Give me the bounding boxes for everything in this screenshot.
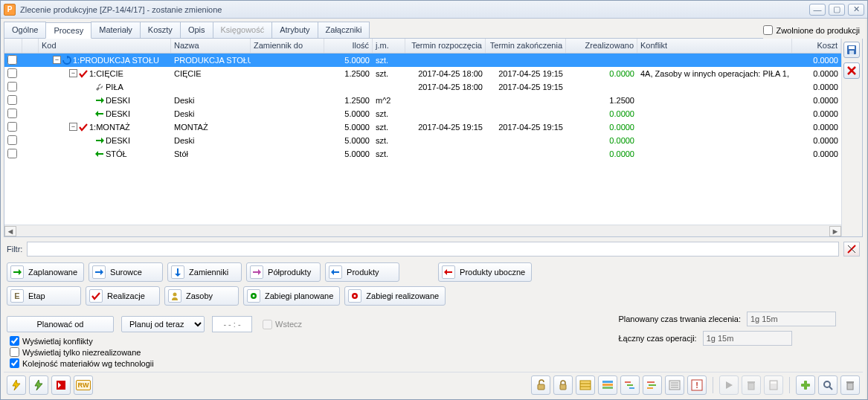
plan-from-button[interactable]: Planować od bbox=[7, 316, 114, 332]
lock-open-button[interactable] bbox=[531, 375, 550, 395]
btn-produkty-uboczne[interactable]: Produkty uboczne bbox=[438, 262, 532, 282]
save-grid-button[interactable] bbox=[843, 42, 860, 58]
table-row[interactable]: STÓŁStół5.0000szt.0.00000.0000 bbox=[4, 147, 841, 161]
col-zamiennik[interactable]: Zamiennik do bbox=[251, 39, 324, 53]
lock-closed-button[interactable] bbox=[553, 375, 573, 395]
btn-półprodukty[interactable]: Półprodukty bbox=[246, 262, 321, 282]
btn-surowce[interactable]: Surowce bbox=[89, 262, 163, 282]
expander-icon[interactable]: − bbox=[69, 123, 77, 131]
action-lightning-2[interactable] bbox=[29, 375, 48, 395]
delete-row-button[interactable] bbox=[843, 62, 860, 79]
released-checkbox[interactable] bbox=[763, 25, 773, 35]
btn-etap[interactable]: EEtap bbox=[7, 286, 81, 306]
released-checkbox-wrap[interactable]: Zwolnione do produkcji bbox=[763, 25, 863, 35]
expander-icon[interactable]: − bbox=[69, 69, 77, 77]
table-row[interactable]: DESKIDeski5.0000szt.0.00000.0000 bbox=[4, 134, 841, 147]
tab-materiały[interactable]: Materiały bbox=[91, 22, 141, 38]
row-checkbox[interactable] bbox=[7, 95, 17, 105]
col-zreal[interactable]: Zrealizowano bbox=[566, 39, 637, 53]
row-checkbox[interactable] bbox=[7, 82, 17, 91]
show-conflicts-checkbox[interactable] bbox=[10, 336, 19, 346]
show-unrealized-checkbox[interactable] bbox=[10, 347, 19, 357]
row-checkbox[interactable] bbox=[7, 135, 17, 145]
grid-body[interactable]: −1:PRODUKCJA STOŁUPRODUKCJA STOŁU5.0000s… bbox=[4, 54, 841, 225]
expander-icon[interactable]: − bbox=[53, 56, 61, 64]
table-icon bbox=[579, 379, 591, 391]
row-checkbox[interactable] bbox=[7, 122, 17, 132]
row-end bbox=[486, 153, 566, 155]
table-row[interactable]: DESKIDeski1.2500m^21.25000.0000 bbox=[4, 94, 841, 107]
table-row[interactable]: −1:PRODUKCJA STOŁUPRODUKCJA STOŁU5.0000s… bbox=[4, 54, 841, 67]
clear-filter-button[interactable] bbox=[843, 242, 860, 257]
minimize-button[interactable]: — bbox=[809, 4, 826, 16]
material-order-checkbox[interactable] bbox=[10, 358, 19, 368]
tab-procesy[interactable]: Procesy bbox=[45, 22, 91, 39]
trash-button[interactable] bbox=[742, 375, 761, 395]
tab-koszty[interactable]: Koszty bbox=[140, 22, 181, 38]
list-button[interactable] bbox=[665, 375, 684, 395]
arrow-right-icon bbox=[10, 265, 24, 279]
table-row[interactable]: −1:MONTAŻMONTAŻ5.0000szt.2017-04-25 19:1… bbox=[4, 120, 841, 134]
table-row[interactable]: −1:CIĘCIECIĘCIE1.2500szt.2017-04-25 18:0… bbox=[4, 67, 841, 80]
svg-marker-6 bbox=[101, 138, 104, 143]
scroll-left-icon[interactable]: ◄ bbox=[4, 226, 16, 236]
calc-button[interactable] bbox=[764, 375, 783, 395]
action-rw[interactable]: RW bbox=[74, 375, 93, 395]
search-button[interactable] bbox=[818, 375, 838, 395]
row-checkbox[interactable] bbox=[7, 109, 17, 118]
material-order-wrap[interactable]: Kolejność materiałów wg technologii bbox=[7, 358, 860, 369]
tab-załączniki[interactable]: Załączniki bbox=[318, 22, 370, 38]
svg-marker-21 bbox=[175, 274, 181, 277]
btn-realizacje[interactable]: Realizacje bbox=[86, 286, 160, 306]
table-yellow-button[interactable] bbox=[576, 375, 595, 395]
col-kod[interactable]: Kod bbox=[39, 39, 171, 53]
col-ilosc[interactable]: Ilość bbox=[324, 39, 373, 53]
col-konflikt[interactable]: Konflikt bbox=[637, 39, 792, 53]
table-row[interactable]: DESKIDeski5.0000szt.0.00000.0000 bbox=[4, 107, 841, 120]
maximize-button[interactable]: ▢ bbox=[829, 4, 845, 16]
btn-produkty[interactable]: Produkty bbox=[325, 262, 399, 282]
warning-button[interactable]: ! bbox=[687, 375, 707, 395]
plan-time-spinner[interactable]: - - : - bbox=[212, 316, 252, 332]
row-checkbox[interactable] bbox=[7, 55, 17, 65]
action-flag[interactable] bbox=[51, 375, 71, 395]
row-checkbox[interactable] bbox=[7, 149, 17, 158]
btn-zabiegi-planowane[interactable]: Zabiegi planowane bbox=[243, 286, 340, 306]
show-conflicts-label: Wyświetlaj konflikty bbox=[22, 337, 93, 346]
row-konflikt bbox=[637, 140, 792, 141]
col-end[interactable]: Termin zakończenia bbox=[486, 39, 566, 53]
bars-colored-button[interactable] bbox=[598, 375, 617, 395]
gantt-2-button[interactable] bbox=[643, 375, 662, 395]
col-start[interactable]: Termin rozpoczęcia bbox=[405, 39, 486, 53]
row-nazwa: MONTAŻ bbox=[171, 122, 251, 132]
table-row[interactable]: PIŁA2017-04-25 18:002017-04-25 19:150.00… bbox=[4, 80, 841, 94]
btn-zamienniki[interactable]: Zamienniki bbox=[167, 262, 242, 282]
trash-red-button[interactable] bbox=[840, 375, 860, 395]
show-unrealized-wrap[interactable]: Wyświetlaj tylko niezrealizowane bbox=[7, 346, 860, 358]
gantt-1-button[interactable] bbox=[620, 375, 640, 395]
action-lightning-1[interactable] bbox=[7, 375, 26, 395]
col-jm[interactable]: j.m. bbox=[373, 39, 405, 53]
btn-zaplanowane[interactable]: Zaplanowane bbox=[7, 262, 84, 282]
h-scrollbar[interactable]: ◄ ► bbox=[4, 225, 841, 236]
row-checkbox[interactable] bbox=[7, 68, 17, 78]
tab-atrybuty[interactable]: Atrybuty bbox=[271, 22, 318, 38]
floppy-icon bbox=[846, 45, 857, 55]
svg-rect-49 bbox=[647, 387, 653, 389]
svg-line-64 bbox=[829, 387, 832, 390]
filter-input[interactable] bbox=[27, 242, 839, 257]
btn-zabiegi-realizowane[interactable]: Zabiegi realizowane bbox=[344, 286, 446, 306]
btn-label: Produkty bbox=[347, 268, 379, 277]
plan-mode-select[interactable]: Planuj od teraz bbox=[121, 316, 205, 332]
tab-opis[interactable]: Opis bbox=[180, 22, 213, 38]
scroll-right-icon[interactable]: ► bbox=[829, 226, 841, 236]
col-nazwa[interactable]: Nazwa bbox=[171, 39, 251, 53]
play-button[interactable] bbox=[719, 375, 739, 395]
close-button[interactable]: ✕ bbox=[848, 4, 864, 16]
btn-zasoby[interactable]: Zasoby bbox=[164, 286, 239, 306]
add-button[interactable] bbox=[796, 375, 815, 395]
col-koszt[interactable]: Koszt bbox=[792, 39, 841, 53]
btn-label: Półprodukty bbox=[268, 268, 311, 277]
row-end bbox=[486, 59, 566, 61]
tab-ogólne[interactable]: Ogólne bbox=[4, 22, 46, 38]
